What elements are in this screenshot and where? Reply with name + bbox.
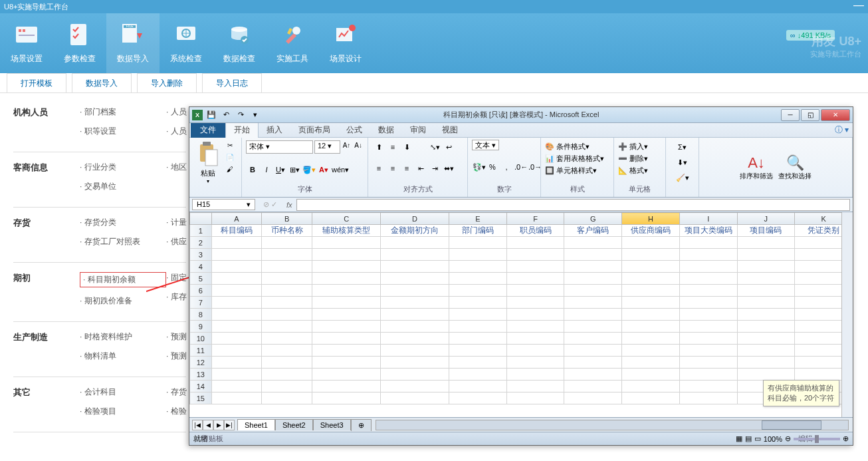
fill-icon[interactable]: ⬇▾ [670, 156, 695, 169]
nav-link[interactable]: · 期初跌价准备 [80, 295, 166, 307]
nav-link[interactable]: · 存货工厂对照表 [80, 236, 166, 247]
header-cell[interactable]: 辅助核算类型 [312, 225, 381, 237]
sheet-nav-next[interactable]: ▶ [213, 420, 224, 430]
wrap-icon[interactable]: ↩ [442, 140, 455, 154]
delete-cell-button[interactable]: ➖ 删除▾ [618, 152, 661, 164]
excel-titlebar[interactable]: X 💾 ↶ ↷ ▾ 科目期初余额 [只读] [兼容模式] - Microsoft… [189, 107, 853, 123]
excel-home-tab[interactable]: 开始 [225, 122, 259, 138]
zoom-level[interactable]: 100% [764, 435, 782, 443]
align-right-icon[interactable]: ≡ [400, 162, 413, 175]
sheet-tab-1[interactable]: Sheet1 [237, 419, 275, 430]
indent-dec-icon[interactable]: ⇤ [414, 162, 427, 175]
dec-decimal-icon[interactable]: .0→ [528, 160, 541, 174]
header-cell[interactable]: 部门编码 [449, 225, 507, 237]
header-cell[interactable]: 项目编码 [737, 225, 795, 237]
clear-icon[interactable]: 🧹▾ [670, 171, 695, 184]
align-top-icon[interactable]: ⬆ [372, 140, 385, 154]
vertical-scrollbar[interactable] [841, 212, 853, 417]
cond-format-button[interactable]: 🎨 条件格式▾ [545, 140, 609, 152]
ribbon-data-import[interactable]: FILE数据导入 [106, 13, 160, 73]
nav-link[interactable]: · 职等设置 [80, 126, 166, 137]
excel-restore-button[interactable]: ◱ [801, 109, 819, 121]
shrink-font-icon[interactable]: A↓ [353, 140, 364, 154]
excel-file-tab[interactable]: 文件 [191, 122, 225, 138]
minimize-button[interactable]: — [853, 2, 864, 11]
find-select-button[interactable]: 🔍查找和选择 [778, 154, 812, 181]
ribbon-scene-design[interactable]: 场景设计 [319, 13, 372, 73]
italic-button[interactable]: I [260, 163, 273, 176]
zoom-out-button[interactable]: ⊖ [785, 434, 791, 443]
sheet-tab-2[interactable]: Sheet2 [275, 419, 313, 430]
bold-button[interactable]: B [246, 163, 259, 176]
format-cell-button[interactable]: 📐 格式▾ [618, 164, 661, 176]
subtab-delete[interactable]: 导入删除 [137, 73, 197, 92]
autosum-icon[interactable]: Σ▾ [670, 140, 695, 154]
font-size-select[interactable]: 12 ▾ [314, 140, 340, 154]
fill-color-button[interactable]: 🪣▾ [302, 163, 316, 176]
grow-font-icon[interactable]: A↑ [342, 140, 352, 154]
ribbon-tools[interactable]: 实施工具 [266, 13, 319, 73]
percent-icon[interactable]: % [486, 160, 499, 174]
nav-link[interactable]: · 科目期初余额 [80, 272, 166, 287]
align-center-icon[interactable]: ≡ [386, 162, 399, 175]
ribbon-scene-settings[interactable]: 场景设置 [0, 13, 53, 73]
qat-redo-icon[interactable]: ↷ [235, 109, 247, 121]
copy-icon[interactable]: 📄 [224, 154, 236, 164]
sheet-nav-first[interactable]: |◀ [192, 420, 203, 430]
header-cell[interactable]: 客户编码 [564, 225, 622, 237]
cut-icon[interactable]: ✂ [224, 142, 236, 152]
paste-button[interactable]: 粘贴▾ [193, 140, 223, 194]
subtab-open-template[interactable]: 打开模板 [7, 73, 66, 92]
nav-link[interactable]: · 部门档案 [80, 106, 166, 118]
spreadsheet-grid[interactable]: ABCDEFGHIJK1科目编码币种名称辅助核算类型金额期初方向部门编码职员编码… [189, 212, 853, 417]
excel-insert-tab[interactable]: 插入 [259, 122, 290, 138]
header-cell[interactable]: 金额期初方向 [381, 225, 449, 237]
header-cell[interactable]: 项目大类编码 [679, 225, 737, 237]
nav-link[interactable]: · 存货分类 [80, 217, 166, 228]
nav-link[interactable]: · 时格资料维护 [80, 331, 166, 343]
border-button[interactable]: ⊞▾ [288, 163, 301, 176]
align-mid-icon[interactable]: ≡ [386, 140, 399, 154]
ribbon-sys-check[interactable]: 系统检查 [160, 13, 213, 73]
orient-icon[interactable]: ⤡▾ [428, 140, 441, 154]
excel-layout-tab[interactable]: 页面布局 [290, 122, 338, 138]
header-cell[interactable]: 币种名称 [262, 225, 312, 237]
indent-inc-icon[interactable]: ⇥ [428, 162, 441, 175]
ribbon-param-check[interactable]: 参数检查 [53, 13, 106, 73]
view-normal-icon[interactable]: ▦ [736, 434, 742, 443]
font-name-select[interactable]: 宋体 ▾ [246, 140, 313, 154]
nav-link[interactable]: · 行业分类 [80, 162, 166, 173]
sheet-nav-prev[interactable]: ◀ [203, 420, 213, 430]
comma-icon[interactable]: , [500, 160, 513, 174]
number-format-select[interactable]: 文本 ▾ [472, 140, 499, 150]
table-format-button[interactable]: 📊 套用表格格式▾ [545, 152, 609, 164]
excel-view-tab[interactable]: 视图 [434, 122, 466, 138]
ribbon-data-check[interactable]: 数据检查 [213, 13, 266, 73]
zoom-slider[interactable] [794, 438, 840, 440]
insert-cell-button[interactable]: ➕ 插入▾ [618, 140, 661, 152]
header-cell[interactable]: 职员编码 [506, 225, 564, 237]
header-cell[interactable]: 科目编码 [211, 225, 262, 237]
excel-minimize-button[interactable]: ─ [781, 109, 800, 121]
view-break-icon[interactable]: ▭ [754, 434, 761, 443]
excel-review-tab[interactable]: 审阅 [402, 122, 434, 138]
horizontal-scrollbar[interactable] [376, 420, 849, 430]
excel-formula-tab[interactable]: 公式 [338, 122, 370, 138]
sheet-add[interactable]: ⊕ [351, 419, 372, 431]
nav-link[interactable]: · 交易单位 [80, 181, 166, 192]
currency-icon[interactable]: 💱▾ [472, 160, 485, 174]
qat-dropdown-icon[interactable]: ▾ [249, 109, 261, 121]
zoom-in-button[interactable]: ⊕ [843, 434, 849, 443]
header-cell[interactable]: 供应商编码 [622, 225, 680, 237]
underline-button[interactable]: U▾ [274, 163, 287, 176]
sheet-tab-3[interactable]: Sheet3 [313, 419, 351, 430]
fx-icon[interactable]: fx [282, 201, 296, 209]
cell-style-button[interactable]: 🔲 单元格样式▾ [545, 164, 609, 176]
nav-link[interactable]: · 物料清单 [80, 351, 166, 362]
format-painter-icon[interactable]: 🖌 [224, 166, 236, 176]
formula-input[interactable] [296, 199, 850, 211]
align-bot-icon[interactable]: ⬇ [400, 140, 413, 154]
qat-save-icon[interactable]: 💾 [205, 109, 217, 121]
nav-link[interactable]: · 检验项目 [80, 406, 166, 417]
excel-data-tab[interactable]: 数据 [370, 122, 402, 138]
